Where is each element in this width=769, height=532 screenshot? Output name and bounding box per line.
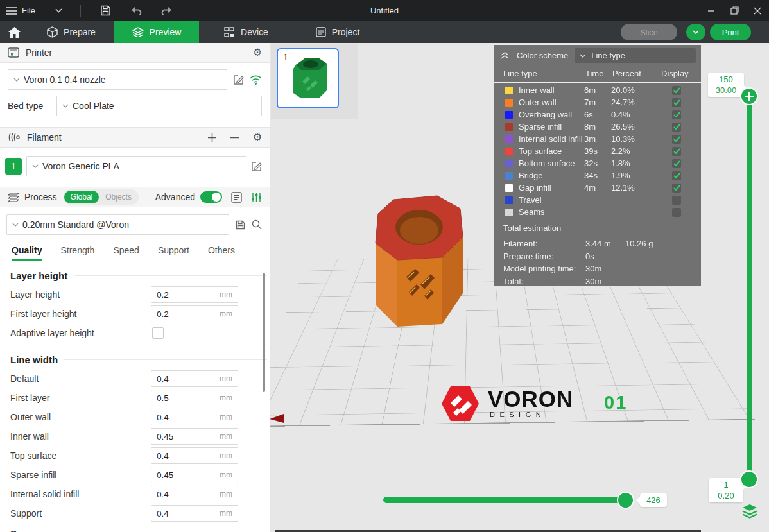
tab-device[interactable]: Device: [199, 21, 293, 43]
bed-type-select[interactable]: Cool Plate: [56, 96, 262, 116]
filament-section-title: Filament: [27, 132, 62, 142]
collapse-panel-icon[interactable]: [501, 52, 509, 59]
save-icon[interactable]: [98, 3, 114, 19]
undo-icon[interactable]: [128, 3, 145, 19]
hamburger-icon: [6, 7, 17, 15]
setting-row: Default 0.4mm: [0, 369, 270, 388]
display-checkbox[interactable]: [672, 135, 681, 144]
legend-row: Internal solid infill 3m 10.3%: [494, 133, 701, 145]
display-checkbox[interactable]: [672, 98, 681, 107]
scope-objects[interactable]: Objects: [99, 193, 138, 202]
tab-others[interactable]: Others: [208, 245, 235, 261]
color-swatch: [505, 123, 513, 131]
display-checkbox[interactable]: [672, 196, 681, 205]
printer-preset-select[interactable]: Voron 0.1 0.4 nozzle: [8, 69, 227, 90]
display-checkbox[interactable]: [672, 110, 681, 119]
parameter-list-icon[interactable]: [231, 192, 242, 203]
color-swatch: [505, 184, 513, 192]
tab-quality[interactable]: Quality: [12, 245, 42, 261]
move-slider-value-tooltip: 426: [640, 493, 667, 507]
process-scope-segmented[interactable]: Global Objects: [64, 189, 139, 205]
layer-slider-top-handle[interactable]: [740, 87, 758, 105]
filament-preset-select[interactable]: Voron Generic PLA: [26, 156, 246, 176]
advanced-toggle[interactable]: [200, 191, 222, 203]
line-width-outer-wall-input[interactable]: 0.4mm: [151, 409, 238, 425]
process-icon: [8, 193, 19, 202]
tune-parameters-icon[interactable]: [251, 192, 262, 203]
model-object[interactable]: [369, 194, 467, 339]
wifi-icon[interactable]: [250, 75, 262, 85]
line-width-inner-wall-input[interactable]: 0.45mm: [151, 428, 238, 445]
advanced-label: Advanced: [155, 192, 195, 202]
filament-slot-badge[interactable]: 1: [5, 158, 22, 175]
close-button[interactable]: [746, 0, 769, 21]
tab-preview[interactable]: Preview: [114, 21, 199, 43]
tab-speed[interactable]: Speed: [113, 245, 139, 261]
print-button[interactable]: Print: [710, 24, 751, 40]
display-checkbox[interactable]: [672, 159, 681, 168]
edit-printer-icon[interactable]: [233, 74, 244, 85]
move-slider-track[interactable]: [383, 497, 633, 503]
add-filament-icon[interactable]: [208, 133, 216, 142]
first-layer-height-input[interactable]: 0.2mm: [151, 305, 238, 322]
filament-section-header: Filament ⚙: [0, 127, 270, 148]
layer-slider-bottom-handle[interactable]: [740, 470, 758, 488]
line-width-sparse-infill-input[interactable]: 0.45mm: [151, 467, 238, 483]
edit-filament-icon[interactable]: [251, 161, 262, 172]
display-checkbox[interactable]: [672, 147, 681, 156]
line-width-top-surface-input[interactable]: 0.4mm: [151, 447, 238, 464]
prepare-icon: [47, 26, 58, 38]
redo-icon[interactable]: [158, 3, 175, 19]
tab-strength[interactable]: Strength: [60, 245, 94, 261]
filament-icon: [8, 132, 21, 142]
line-width-default-input[interactable]: 0.4mm: [151, 370, 238, 387]
layers-view-icon[interactable]: [741, 503, 758, 519]
display-checkbox[interactable]: [672, 171, 681, 180]
tab-project[interactable]: Project: [293, 21, 383, 43]
display-checkbox[interactable]: [672, 208, 681, 217]
legend-row: Outer wall 7m 24.7%: [494, 96, 701, 108]
remove-filament-icon[interactable]: [230, 137, 239, 139]
layer-height-input[interactable]: 0.2mm: [151, 286, 238, 303]
tab-prepare[interactable]: Prepare: [28, 21, 114, 43]
print-dropdown-button[interactable]: [686, 24, 705, 40]
search-preset-icon[interactable]: [252, 219, 262, 230]
display-checkbox[interactable]: [672, 184, 681, 193]
maximize-button[interactable]: [723, 0, 746, 21]
voron-design-logo: VORON DESIGN: [442, 384, 573, 424]
tab-support[interactable]: Support: [158, 245, 189, 261]
line-width-support-input[interactable]: 0.4mm: [151, 505, 238, 522]
seam-group-title: Seam: [10, 528, 270, 532]
printer-settings-gear-icon[interactable]: ⚙: [253, 47, 262, 58]
process-preset-select[interactable]: 0.20mm Standard @Voron: [6, 214, 229, 235]
display-checkbox[interactable]: [672, 86, 681, 95]
layer-range-slider-track[interactable]: [747, 96, 752, 480]
legend-row: Overhang wall 6s 0.4%: [494, 108, 701, 121]
adaptive-layer-height-checkbox[interactable]: [152, 327, 164, 339]
save-preset-icon[interactable]: [236, 220, 245, 230]
legend-row: Gap infill 4m 12.1%: [494, 182, 701, 194]
color-swatch: [505, 111, 513, 119]
line-width-internal-solid-infill-input[interactable]: 0.4mm: [151, 486, 238, 502]
total-row: Total: 30m: [494, 275, 701, 288]
setting-row: Inner wall 0.45mm: [0, 427, 270, 446]
nav-bar: Prepare Preview Device Project Slice Pri…: [0, 21, 769, 43]
display-checkbox[interactable]: [672, 123, 681, 132]
home-button[interactable]: [0, 21, 28, 43]
color-scheme-select[interactable]: Line type: [575, 48, 696, 63]
minimize-button[interactable]: [700, 0, 723, 21]
file-menu[interactable]: File: [6, 6, 35, 15]
slice-button[interactable]: Slice: [621, 24, 677, 40]
scope-global[interactable]: Global: [64, 191, 99, 203]
file-menu-chevron[interactable]: [51, 3, 67, 19]
setting-row: Adaptive layer height: [0, 323, 270, 343]
line-width-first-layer-input[interactable]: 0.5mm: [151, 390, 238, 406]
sidebar-scrollbar[interactable]: [263, 273, 265, 392]
legend-row: Inner wall 6m 20.0%: [494, 84, 701, 96]
legend-column-headers: Line type Time Percent Display: [494, 64, 701, 81]
divider: [494, 236, 701, 236]
filament-settings-gear-icon[interactable]: ⚙: [253, 132, 262, 142]
plate-thumbnail[interactable]: 1: [277, 48, 339, 108]
move-slider-handle[interactable]: [617, 492, 634, 509]
color-scheme-value: Line type: [591, 51, 625, 60]
